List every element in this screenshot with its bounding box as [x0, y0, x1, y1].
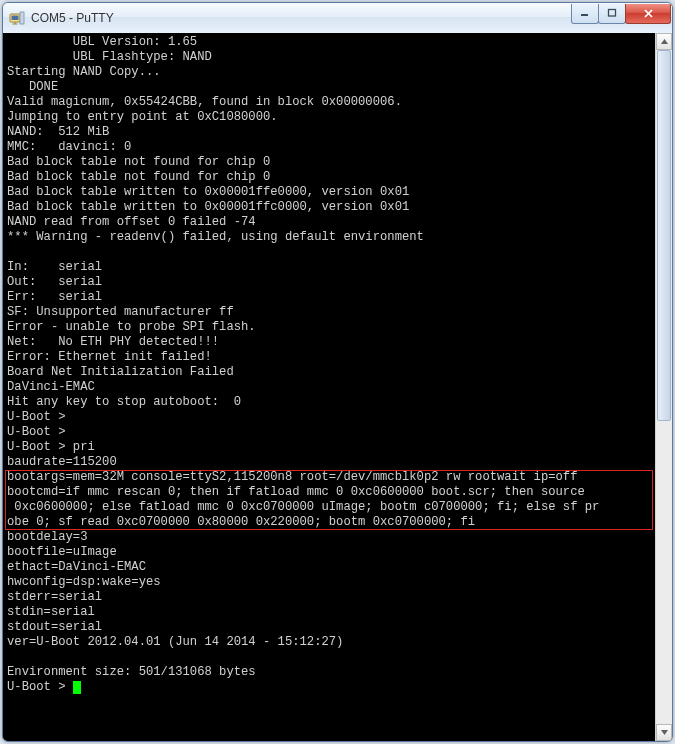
terminal-line: Bad block table not found for chip 0	[7, 155, 655, 170]
terminal-line: Environment size: 501/131068 bytes	[7, 665, 655, 680]
terminal-line: UBL Version: 1.65	[7, 35, 655, 50]
terminal-line: UBL Flashtype: NAND	[7, 50, 655, 65]
terminal-line: Board Net Initialization Failed	[7, 365, 655, 380]
terminal-line: 0xc0600000; else fatload mmc 0 0xc070000…	[7, 500, 655, 515]
scroll-up-button[interactable]	[656, 33, 672, 50]
terminal-line: Jumping to entry point at 0xC1080000.	[7, 110, 655, 125]
terminal-line: Hit any key to stop autoboot: 0	[7, 395, 655, 410]
minimize-button[interactable]	[571, 4, 599, 24]
close-button[interactable]	[625, 4, 671, 24]
window-title: COM5 - PuTTY	[31, 11, 572, 25]
terminal-line	[7, 650, 655, 665]
terminal-output[interactable]: UBL Version: 1.65 UBL Flashtype: NANDSta…	[3, 33, 655, 741]
terminal-line: bootargs=mem=32M console=ttyS2,115200n8 …	[7, 470, 655, 485]
terminal-line: Bad block table not found for chip 0	[7, 170, 655, 185]
svg-rect-1	[12, 16, 19, 21]
terminal-line: DONE	[7, 80, 655, 95]
terminal-line: U-Boot >	[7, 410, 655, 425]
terminal-line: NAND: 512 MiB	[7, 125, 655, 140]
svg-marker-9	[661, 39, 668, 44]
svg-rect-2	[20, 12, 24, 24]
terminal-line: Starting NAND Copy...	[7, 65, 655, 80]
terminal-line: Bad block table written to 0x00001ffc000…	[7, 200, 655, 215]
terminal-line: bootdelay=3	[7, 530, 655, 545]
terminal-line: Net: No ETH PHY detected!!!	[7, 335, 655, 350]
terminal-line: U-Boot > pri	[7, 440, 655, 455]
maximize-button[interactable]	[598, 4, 626, 24]
terminal-line: DaVinci-EMAC	[7, 380, 655, 395]
terminal-line: baudrate=115200	[7, 455, 655, 470]
terminal-area: UBL Version: 1.65 UBL Flashtype: NANDSta…	[3, 33, 672, 741]
terminal-line: ethact=DaVinci-EMAC	[7, 560, 655, 575]
terminal-line: ver=U-Boot 2012.04.01 (Jun 14 2014 - 15:…	[7, 635, 655, 650]
terminal-line: bootcmd=if mmc rescan 0; then if fatload…	[7, 485, 655, 500]
svg-marker-10	[661, 730, 668, 735]
scroll-down-button[interactable]	[656, 724, 672, 741]
terminal-line	[7, 245, 655, 260]
window-controls	[572, 4, 671, 24]
terminal-line: Error: Ethernet init failed!	[7, 350, 655, 365]
terminal-line: MMC: davinci: 0	[7, 140, 655, 155]
scrollbar-thumb[interactable]	[657, 50, 671, 421]
titlebar[interactable]: COM5 - PuTTY	[3, 3, 672, 33]
cursor	[73, 681, 81, 694]
putty-icon	[9, 10, 25, 26]
terminal-line: Bad block table written to 0x00001ffe000…	[7, 185, 655, 200]
terminal-line: Error - unable to probe SPI flash.	[7, 320, 655, 335]
terminal-line: NAND read from offset 0 failed -74	[7, 215, 655, 230]
svg-rect-6	[609, 10, 616, 17]
terminal-line: U-Boot >	[7, 425, 655, 440]
terminal-line: Err: serial	[7, 290, 655, 305]
terminal-line: SF: Unsupported manufacturer ff	[7, 305, 655, 320]
terminal-line: stdout=serial	[7, 620, 655, 635]
terminal-line: bootfile=uImage	[7, 545, 655, 560]
scrollbar	[655, 33, 672, 741]
scrollbar-track[interactable]	[656, 50, 672, 724]
putty-window: COM5 - PuTTY UBL Version: 1.65 UBL Flash…	[2, 2, 673, 742]
terminal-line: obe 0; sf read 0xc0700000 0x80000 0x2200…	[7, 515, 655, 530]
terminal-line: Valid magicnum, 0x55424CBB, found in blo…	[7, 95, 655, 110]
terminal-line: *** Warning - readenv() failed, using de…	[7, 230, 655, 245]
terminal-line: stdin=serial	[7, 605, 655, 620]
terminal-prompt: U-Boot >	[7, 680, 655, 695]
terminal-line: stderr=serial	[7, 590, 655, 605]
terminal-line: hwconfig=dsp:wake=yes	[7, 575, 655, 590]
terminal-line: Out: serial	[7, 275, 655, 290]
terminal-line: In: serial	[7, 260, 655, 275]
